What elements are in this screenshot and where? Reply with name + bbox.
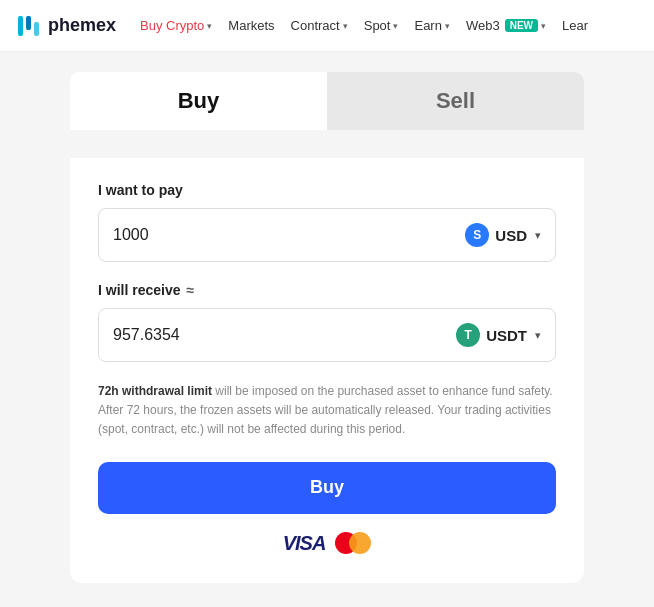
receive-input[interactable] xyxy=(113,326,456,344)
buy-button[interactable]: Buy xyxy=(98,462,556,514)
mastercard-logo xyxy=(335,532,371,554)
tab-sell-label: Sell xyxy=(436,88,475,113)
nav-label-web3: Web3 xyxy=(466,18,500,33)
pay-currency-chevron: ▾ xyxy=(535,229,541,242)
receive-currency-chevron: ▾ xyxy=(535,329,541,342)
nav-label-spot: Spot xyxy=(364,18,391,33)
tab-sell[interactable]: Sell xyxy=(327,72,584,130)
svg-rect-0 xyxy=(18,16,23,36)
notice-text: 72h withdrawal limit will be imposed on … xyxy=(98,382,556,440)
approx-icon: ≈ xyxy=(187,282,195,298)
nav-item-buy-crypto[interactable]: Buy Crypto ▾ xyxy=(134,14,218,37)
visa-logo: VISA xyxy=(283,532,326,555)
receive-currency-selector[interactable]: T USDT ▾ xyxy=(456,323,541,347)
pay-label: I want to pay xyxy=(98,182,556,198)
chevron-icon-web3: ▾ xyxy=(541,21,546,31)
nav-item-markets[interactable]: Markets xyxy=(222,14,280,37)
form-card: I want to pay S USD ▾ I will receive ≈ T xyxy=(70,158,584,583)
nav-item-earn[interactable]: Earn ▾ xyxy=(408,14,455,37)
mc-right-circle xyxy=(349,532,371,554)
nav-item-contract[interactable]: Contract ▾ xyxy=(285,14,354,37)
logo-icon xyxy=(16,12,44,40)
nav-items: Buy Crypto ▾ Markets Contract ▾ Spot ▾ E… xyxy=(134,14,594,37)
chevron-icon-earn: ▾ xyxy=(445,21,450,31)
tab-buy-label: Buy xyxy=(178,88,220,113)
nav-label-buy-crypto: Buy Crypto xyxy=(140,18,204,33)
usd-icon: S xyxy=(465,223,489,247)
nav-item-learn[interactable]: Lear xyxy=(556,14,594,37)
receive-label: I will receive ≈ xyxy=(98,282,556,298)
nav-label-learn: Lear xyxy=(562,18,588,33)
payment-logos: VISA xyxy=(98,532,556,555)
svg-rect-2 xyxy=(34,22,39,36)
pay-currency-selector[interactable]: S USD ▾ xyxy=(465,223,541,247)
svg-rect-1 xyxy=(26,16,31,30)
chevron-icon: ▾ xyxy=(207,21,212,31)
chevron-icon-contract: ▾ xyxy=(343,21,348,31)
notice-bold: 72h withdrawal limit xyxy=(98,384,212,398)
nav-item-spot[interactable]: Spot ▾ xyxy=(358,14,405,37)
navbar: phemex Buy Crypto ▾ Markets Contract ▾ S… xyxy=(0,0,654,52)
pay-input[interactable] xyxy=(113,226,465,244)
nav-label-markets: Markets xyxy=(228,18,274,33)
web3-badge: NEW xyxy=(505,19,538,32)
nav-label-contract: Contract xyxy=(291,18,340,33)
tab-row: Buy Sell xyxy=(70,72,584,130)
usdt-icon: T xyxy=(456,323,480,347)
logo-text: phemex xyxy=(48,15,116,36)
nav-item-web3[interactable]: Web3 NEW ▾ xyxy=(460,14,552,37)
logo[interactable]: phemex xyxy=(16,12,116,40)
main-content: Buy Sell I want to pay S USD ▾ I will re… xyxy=(0,52,654,603)
receive-currency-label: USDT xyxy=(486,327,527,344)
receive-input-row: T USDT ▾ xyxy=(98,308,556,362)
chevron-icon-spot: ▾ xyxy=(393,21,398,31)
pay-input-row: S USD ▾ xyxy=(98,208,556,262)
nav-label-earn: Earn xyxy=(414,18,441,33)
tab-buy[interactable]: Buy xyxy=(70,72,327,130)
pay-currency-label: USD xyxy=(495,227,527,244)
